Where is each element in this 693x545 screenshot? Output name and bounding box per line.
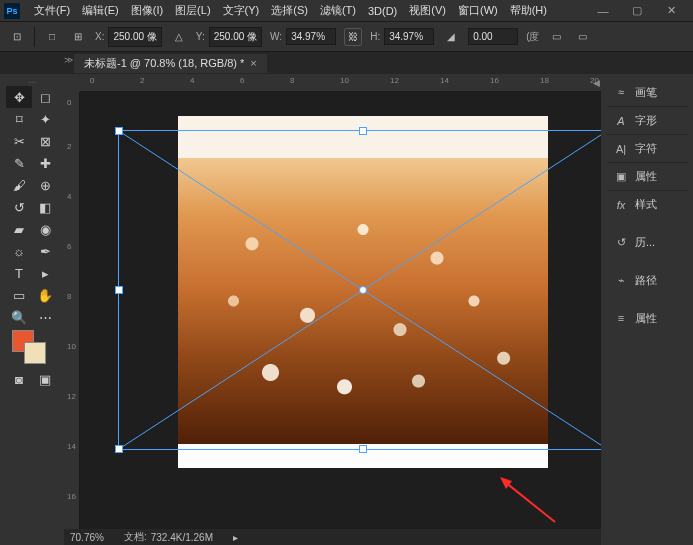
status-doc-value: 732.4K/1.26M <box>151 532 213 543</box>
panel-label: 属性 <box>635 311 657 326</box>
transform-tool-icon[interactable]: ⊡ <box>8 28 26 46</box>
menu-layer[interactable]: 图层(L) <box>169 1 216 20</box>
ruler-corner <box>64 76 80 92</box>
crop-tool[interactable]: ✂ <box>6 130 32 152</box>
interp2-icon[interactable]: ▭ <box>574 28 592 46</box>
x-input[interactable]: 250.00 像 <box>108 27 161 47</box>
tab-scroll-icon[interactable]: ≫ <box>64 55 73 65</box>
panel-properties[interactable]: ▣属性 <box>607 162 689 190</box>
panel-glyphs[interactable]: A字形 <box>607 106 689 134</box>
grid-reference-icon[interactable]: ⊞ <box>69 28 87 46</box>
app-logo: Ps <box>4 3 20 19</box>
ruler-tick: 0 <box>67 98 71 107</box>
panel-history[interactable]: ↺历... <box>607 228 689 256</box>
interp-icon[interactable]: ▭ <box>548 28 566 46</box>
ruler-tick: 10 <box>340 76 349 85</box>
sliders-icon: ≡ <box>613 310 629 326</box>
vertical-ruler[interactable]: 0 2 4 6 8 10 12 14 16 <box>64 92 80 529</box>
lasso-tool[interactable]: ⌑ <box>6 108 32 130</box>
menu-edit[interactable]: 编辑(E) <box>76 1 125 20</box>
gradient-tool[interactable]: ▰ <box>6 218 32 240</box>
heal-tool[interactable]: ✚ <box>32 152 58 174</box>
ruler-tick: 8 <box>67 292 71 301</box>
marquee-tool[interactable]: ◻ <box>32 86 58 108</box>
tools-grip-icon[interactable]: ⋯ <box>6 78 58 86</box>
transform-handle-bl[interactable] <box>115 445 123 453</box>
link-wh-icon[interactable]: ⛓ <box>344 28 362 46</box>
options-bar: ⊡ □ ⊞ X: 250.00 像 △ Y: 250.00 像 W: 34.97… <box>0 22 693 52</box>
menu-type[interactable]: 文字(Y) <box>217 1 266 20</box>
angle-unit: (度 <box>526 30 539 44</box>
menu-bar: Ps 文件(F) 编辑(E) 图像(I) 图层(L) 文字(Y) 选择(S) 滤… <box>0 0 693 22</box>
hand-tool[interactable]: ✋ <box>32 284 58 306</box>
transform-handle-l[interactable] <box>115 286 123 294</box>
menu-file[interactable]: 文件(F) <box>28 1 76 20</box>
transform-handle-tl[interactable] <box>115 127 123 135</box>
panel-label: 字形 <box>635 113 657 128</box>
zoom-tool[interactable]: 🔍 <box>6 306 32 328</box>
stamp-tool[interactable]: ⊕ <box>32 174 58 196</box>
path-select-tool[interactable]: ▸ <box>32 262 58 284</box>
w-input[interactable]: 34.97% <box>286 28 336 45</box>
tab-close-icon[interactable]: × <box>250 57 256 69</box>
edit-toolbar[interactable]: ⋯ <box>32 306 58 328</box>
menu-select[interactable]: 选择(S) <box>265 1 314 20</box>
horizontal-ruler[interactable]: 0 2 4 6 8 10 12 14 16 18 20 <box>80 76 601 92</box>
panel-character[interactable]: A|字符 <box>607 134 689 162</box>
swap-xy-icon[interactable]: △ <box>170 28 188 46</box>
ruler-tick: 4 <box>190 76 194 85</box>
history-brush-tool[interactable]: ↺ <box>6 196 32 218</box>
minimize-button[interactable]: — <box>591 3 615 19</box>
x-label: X: <box>95 31 104 42</box>
menu-image[interactable]: 图像(I) <box>125 1 169 20</box>
maximize-button[interactable]: ▢ <box>625 3 649 19</box>
document-tab[interactable]: 未标题-1 @ 70.8% (18, RGB/8) * × <box>74 54 267 73</box>
move-tool[interactable]: ✥ <box>6 86 32 108</box>
placed-image[interactable] <box>178 116 548 468</box>
ruler-tick: 16 <box>67 492 76 501</box>
status-zoom[interactable]: 70.76% <box>70 532 104 543</box>
character-icon: A| <box>613 141 629 157</box>
menu-3d[interactable]: 3D(D) <box>362 3 403 19</box>
y-input[interactable]: 250.00 像 <box>209 27 262 47</box>
panel-collapse-icon[interactable]: ◀ <box>593 78 603 92</box>
panel-label: 样式 <box>635 197 657 212</box>
reference-point-icon[interactable]: □ <box>43 28 61 46</box>
brush-tool[interactable]: 🖌 <box>6 174 32 196</box>
status-bar: 70.76% 文档: 732.4K/1.26M ▸ <box>64 529 601 545</box>
panel-label: 路径 <box>635 273 657 288</box>
h-label: H: <box>370 31 380 42</box>
quickmask-tool[interactable]: ◙ <box>6 368 32 390</box>
artboard[interactable] <box>80 92 601 529</box>
path-icon: ⌁ <box>613 272 629 288</box>
menu-filter[interactable]: 滤镜(T) <box>314 1 362 20</box>
ruler-tick: 12 <box>390 76 399 85</box>
svg-line-2 <box>505 482 555 522</box>
panel-paths[interactable]: ⌁路径 <box>607 266 689 294</box>
screenmode-tool[interactable]: ▣ <box>32 368 58 390</box>
angle-input[interactable]: 0.00 <box>468 28 518 45</box>
panel-properties2[interactable]: ≡属性 <box>607 304 689 332</box>
menu-view[interactable]: 视图(V) <box>403 1 452 20</box>
eraser-tool[interactable]: ◧ <box>32 196 58 218</box>
ruler-tick: 2 <box>67 142 71 151</box>
quick-select-tool[interactable]: ✦ <box>32 108 58 130</box>
frame-tool[interactable]: ⊠ <box>32 130 58 152</box>
color-swatches[interactable] <box>6 328 58 368</box>
eyedropper-tool[interactable]: ✎ <box>6 152 32 174</box>
panel-brush[interactable]: ≈画笔 <box>607 78 689 106</box>
menu-window[interactable]: 窗口(W) <box>452 1 504 20</box>
shape-tool[interactable]: ▭ <box>6 284 32 306</box>
type-tool[interactable]: T <box>6 262 32 284</box>
blur-tool[interactable]: ◉ <box>32 218 58 240</box>
ruler-tick: 6 <box>67 242 71 251</box>
status-chevron-icon[interactable]: ▸ <box>233 532 238 543</box>
menu-help[interactable]: 帮助(H) <box>504 1 553 20</box>
panel-styles[interactable]: fx样式 <box>607 190 689 218</box>
pen-tool[interactable]: ✒ <box>32 240 58 262</box>
h-input[interactable]: 34.97% <box>384 28 434 45</box>
background-swatch[interactable] <box>24 342 46 364</box>
dodge-tool[interactable]: ☼ <box>6 240 32 262</box>
ruler-tick: 6 <box>240 76 244 85</box>
close-button[interactable]: ✕ <box>659 3 683 19</box>
